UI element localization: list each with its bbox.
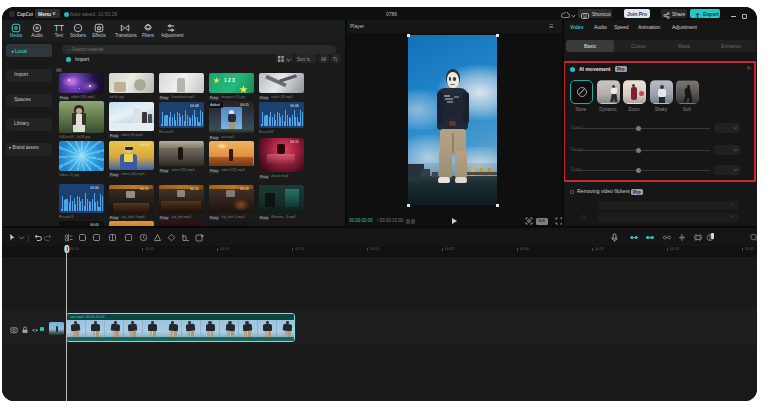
svg-text:TT: TT xyxy=(54,23,64,33)
